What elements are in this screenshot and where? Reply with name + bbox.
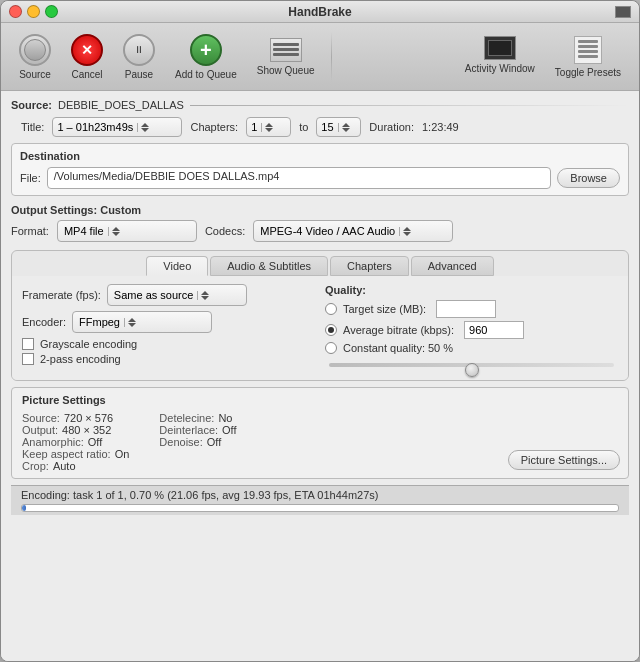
tab-audio[interactable]: Audio & Subtitles (210, 256, 328, 276)
close-button[interactable] (9, 5, 22, 18)
quality-slider-track (329, 358, 614, 372)
encoder-row: Encoder: FFmpeg (22, 311, 315, 333)
file-label: File: (20, 172, 41, 184)
picture-settings-button[interactable]: Picture Settings... (508, 450, 620, 470)
constant-quality-radio[interactable] (325, 342, 337, 354)
activity-window-toolbar-button[interactable]: Activity Window (457, 32, 543, 82)
activity-window-label: Activity Window (465, 63, 535, 74)
queue-line-3 (273, 53, 299, 56)
maximize-button[interactable] (45, 5, 58, 18)
avg-bitrate-input[interactable] (464, 321, 524, 339)
presets-line-3 (578, 50, 598, 53)
encoding-status-text: Encoding: task 1 of 1, 0.70 % (21.06 fps… (21, 489, 379, 501)
constant-quality-label: Constant quality: 50 % (343, 342, 453, 354)
app-window: HandBrake Source ✕ Cancel ⏸ Pause + Add … (0, 0, 640, 662)
title-select-arrows[interactable] (137, 123, 149, 132)
codecs-select[interactable]: MPEG-4 Video / AAC Audio (253, 220, 453, 242)
codecs-value: MPEG-4 Video / AAC Audio (260, 225, 395, 237)
show-queue-toolbar-button[interactable]: Show Queue (249, 34, 323, 80)
detelecine-row: Detelecine: No (159, 412, 236, 424)
format-arrow-up[interactable] (112, 227, 120, 231)
twopass-checkbox[interactable] (22, 353, 34, 365)
output-pic-value: 480 × 352 (62, 424, 111, 436)
chapters-to-up[interactable] (342, 123, 350, 127)
toolbar-separator (331, 32, 332, 82)
source-toolbar-button[interactable]: Source (11, 30, 59, 84)
twopass-row: 2-pass encoding (22, 353, 315, 365)
keep-aspect-label: Keep aspect ratio: (22, 448, 111, 460)
minimize-button[interactable] (27, 5, 40, 18)
avg-bitrate-radio[interactable] (325, 324, 337, 336)
framerate-arrows[interactable] (197, 291, 209, 300)
show-queue-label: Show Queue (257, 65, 315, 76)
encoder-up[interactable] (128, 318, 136, 322)
title-select[interactable]: 1 – 01h23m49s (52, 117, 182, 137)
codecs-dropdown-arrows[interactable] (399, 227, 411, 236)
title-value: 1 – 01h23m49s (57, 121, 133, 133)
codecs-arrow-down[interactable] (403, 232, 411, 236)
keep-aspect-row: Keep aspect ratio: On (22, 448, 129, 460)
title-row: Title: 1 – 01h23m49s Chapters: 1 to 15 (11, 117, 629, 137)
source-value: DEBBIE_DOES_DALLAS (58, 99, 184, 111)
format-select[interactable]: MP4 file (57, 220, 197, 242)
tab-video[interactable]: Video (146, 256, 208, 276)
chapters-from-select[interactable]: 1 (246, 117, 291, 137)
encoder-down[interactable] (128, 323, 136, 327)
framerate-select[interactable]: Same as source (107, 284, 247, 306)
title-arrow-down[interactable] (141, 128, 149, 132)
queue-line-2 (273, 48, 299, 51)
duration-value: 1:23:49 (422, 121, 459, 133)
target-size-radio[interactable] (325, 303, 337, 315)
pause-toolbar-button[interactable]: ⏸ Pause (115, 30, 163, 84)
source-icon-inner (24, 39, 46, 61)
framerate-up[interactable] (201, 291, 209, 295)
constant-quality-row: Constant quality: 50 % (325, 342, 618, 354)
tab-chapters[interactable]: Chapters (330, 256, 409, 276)
add-icon: + (190, 34, 222, 66)
source-label: Source (19, 69, 51, 80)
tab-advanced[interactable]: Advanced (411, 256, 494, 276)
queue-icon (270, 38, 302, 62)
destination-title: Destination (20, 150, 620, 162)
encoder-value: FFmpeg (79, 316, 120, 328)
cancel-toolbar-button[interactable]: ✕ Cancel (63, 30, 111, 84)
picture-settings-title: Picture Settings (22, 394, 618, 406)
add-to-queue-toolbar-button[interactable]: + Add to Queue (167, 30, 245, 84)
quality-title: Quality: (325, 284, 618, 296)
target-size-label: Target size (MB): (343, 303, 426, 315)
progress-bar-fill (22, 505, 26, 511)
duration-label: Duration: (369, 121, 414, 133)
format-row: Format: MP4 file Codecs: MPEG-4 Video / … (11, 220, 629, 242)
chapters-to-select[interactable]: 15 (316, 117, 361, 137)
title-label: Title: (21, 121, 44, 133)
anamorphic-label: Anamorphic: (22, 436, 84, 448)
cancel-icon: ✕ (71, 34, 103, 66)
encoder-select[interactable]: FFmpeg (72, 311, 212, 333)
format-dropdown-arrows[interactable] (108, 227, 120, 236)
source-row: Source: DEBBIE_DOES_DALLAS (11, 99, 629, 111)
title-arrow-up[interactable] (141, 123, 149, 127)
chapters-to-down[interactable] (342, 128, 350, 132)
crop-label: Crop: (22, 460, 49, 472)
presets-line-1 (578, 40, 598, 43)
codecs-arrow-up[interactable] (403, 227, 411, 231)
chapters-to-arrows[interactable] (338, 123, 350, 132)
browse-button[interactable]: Browse (557, 168, 620, 188)
chapters-from-up[interactable] (265, 123, 273, 127)
chapters-from-value: 1 (251, 121, 257, 133)
quality-slider-container (325, 358, 618, 372)
framerate-down[interactable] (201, 296, 209, 300)
quality-slider-thumb[interactable] (465, 363, 479, 377)
toggle-presets-toolbar-button[interactable]: Toggle Presets (547, 32, 629, 82)
avg-bitrate-label: Average bitrate (kbps): (343, 324, 454, 336)
format-arrow-down[interactable] (112, 232, 120, 236)
chapters-from-down[interactable] (265, 128, 273, 132)
target-size-input[interactable] (436, 300, 496, 318)
file-path-input[interactable]: /Volumes/Media/DEBBIE DOES DALLAS.mp4 (47, 167, 552, 189)
activity-screen (488, 40, 512, 56)
output-pic-label: Output: (22, 424, 58, 436)
denoise-label: Denoise: (159, 436, 202, 448)
encoder-arrows[interactable] (124, 318, 136, 327)
grayscale-checkbox[interactable] (22, 338, 34, 350)
chapters-from-arrows[interactable] (261, 123, 273, 132)
